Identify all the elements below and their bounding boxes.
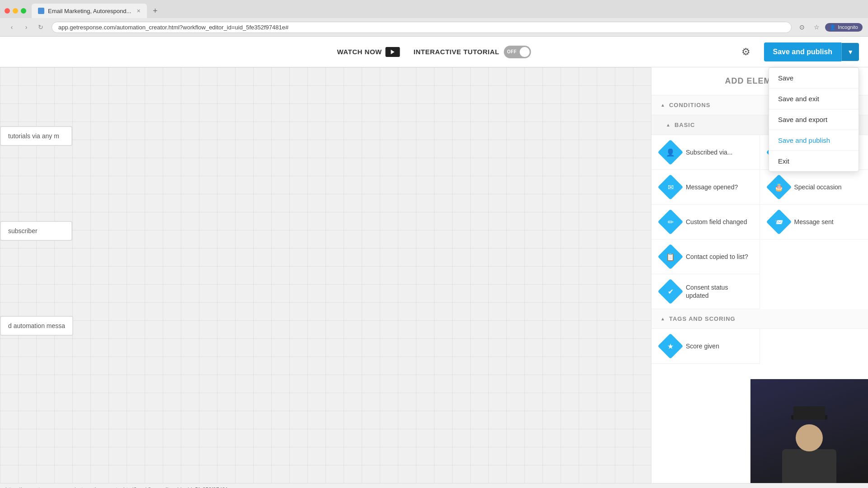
tags-scoring-arrow-icon: ▲	[660, 316, 665, 321]
gear-icon: ⚙	[741, 46, 750, 58]
window-controls	[5, 8, 26, 14]
element-special-occasion[interactable]: 🎂 Special occasion	[760, 170, 868, 205]
element-score-given[interactable]: ★ Score given	[651, 329, 760, 364]
new-tab-button[interactable]: +	[150, 5, 160, 16]
dropdown-exit[interactable]: Exit	[769, 151, 859, 171]
workflow-node-2[interactable]: subscriber	[0, 221, 72, 241]
browser-tab[interactable]: Email Marketing, Autorespond... ✕	[32, 4, 147, 18]
status-url: https://app.getresponse.com/automation_c…	[5, 487, 231, 488]
contact-copied-diamond: 📋	[658, 244, 684, 270]
message-sent-label: Message sent	[794, 218, 834, 226]
reload-button[interactable]: ↻	[34, 21, 47, 33]
header-center: WATCH NOW INTERACTIVE TUTORIAL OFF	[337, 46, 531, 58]
node-2-text: subscriber	[8, 227, 38, 235]
watch-now-label: WATCH NOW	[337, 48, 382, 56]
workflow-node-1[interactable]: tutorials via any m	[0, 126, 72, 146]
person-head	[796, 424, 823, 451]
nav-buttons: ‹ › ↻	[5, 21, 47, 33]
save-button-group: Save and publish ▼	[764, 42, 859, 61]
person-hat	[793, 406, 825, 420]
element-contact-copied[interactable]: 📋 Contact copied to list?	[651, 239, 760, 274]
back-button[interactable]: ‹	[5, 21, 18, 33]
browser-chrome: Email Marketing, Autorespond... ✕ + ‹ › …	[0, 0, 868, 37]
tutorial-toggle[interactable]: OFF	[504, 46, 531, 58]
person-edit-icon: ✏	[668, 218, 674, 226]
subscribed-via-diamond: 👤	[658, 140, 684, 165]
settings-button[interactable]: ⚙	[737, 43, 755, 61]
check-circle-icon: ✔	[668, 287, 674, 296]
consent-status-label: Consent status updated	[686, 283, 750, 300]
element-message-sent[interactable]: 📨 Message sent	[760, 205, 868, 239]
message-sent-icon-wrapper: 📨	[769, 212, 789, 232]
contact-copied-icon-wrapper: 📋	[660, 247, 680, 267]
tags-scoring-label: TAGS AND SCORING	[669, 315, 736, 322]
tags-scoring-section-header[interactable]: ▲ TAGS AND SCORING	[651, 309, 868, 329]
person-body	[782, 449, 836, 483]
score-given-icon-wrapper: ★	[660, 336, 680, 356]
message-opened-diamond: ✉	[658, 174, 684, 200]
dropdown-save-export[interactable]: Save and export	[769, 109, 859, 130]
score-given-diamond: ★	[658, 333, 684, 359]
incognito-label: Incognito	[838, 24, 858, 30]
tab-favicon	[38, 8, 44, 14]
watch-now-button[interactable]: WATCH NOW	[337, 47, 400, 57]
conditions-arrow-icon: ▲	[660, 103, 665, 108]
save-and-publish-button[interactable]: Save and publish	[764, 42, 842, 61]
url-bar[interactable]: app.getresponse.com/automation_creator.h…	[52, 22, 792, 33]
special-occasion-diamond: 🎂	[766, 174, 792, 200]
video-overlay	[750, 379, 868, 483]
consent-status-icon-wrapper: ✔	[660, 282, 680, 301]
status-bar: https://app.getresponse.com/automation_c…	[0, 483, 868, 488]
interactive-tutorial-label: INTERACTIVE TUTORIAL	[414, 48, 500, 56]
url-text: app.getresponse.com/automation_creator.h…	[58, 24, 785, 31]
bookmark-icon[interactable]: ☆	[811, 21, 822, 33]
message-opened-icon-wrapper: ✉	[660, 177, 680, 197]
main-layout: tutorials via any m subscriber d automat…	[0, 67, 868, 483]
person-silhouette	[769, 402, 850, 483]
basic-label: BASIC	[675, 122, 695, 128]
tab-title: Email Marketing, Autorespond...	[48, 8, 131, 14]
envelope-arrow-icon: 📨	[774, 218, 783, 226]
custom-field-label: Custom field changed	[686, 218, 747, 226]
person-icon: 👤	[666, 148, 675, 157]
window-close-btn[interactable]	[5, 8, 10, 14]
element-custom-field[interactable]: ✏ Custom field changed	[651, 205, 760, 239]
address-bar: ‹ › ↻ app.getresponse.com/automation_cre…	[0, 18, 868, 36]
conditions-label: CONDITIONS	[669, 102, 711, 108]
custom-field-icon-wrapper: ✏	[660, 212, 680, 232]
special-occasion-label: Special occasion	[794, 183, 842, 191]
tab-close-btn[interactable]: ✕	[137, 8, 141, 14]
window-maximize-btn[interactable]	[21, 8, 26, 14]
tab-bar: Email Marketing, Autorespond... ✕ +	[0, 0, 868, 18]
window-minimize-btn[interactable]	[13, 8, 18, 14]
element-consent-status[interactable]: ✔ Consent status updated	[651, 274, 760, 309]
custom-field-diamond: ✏	[658, 209, 684, 235]
save-dropdown-menu: Save Save and exit Save and export Save …	[769, 67, 859, 172]
contact-copied-label: Contact copied to list?	[686, 253, 748, 261]
element-message-opened[interactable]: ✉ Message opened?	[651, 170, 760, 205]
node-3-text: d automation messa	[8, 322, 65, 329]
toggle-label: OFF	[507, 49, 517, 54]
message-sent-diamond: 📨	[766, 209, 792, 235]
dropdown-save-publish[interactable]: Save and publish	[769, 130, 859, 151]
save-dropdown-arrow-button[interactable]: ▼	[841, 43, 859, 61]
dropdown-save-exit[interactable]: Save and exit	[769, 89, 859, 109]
app-header: WATCH NOW INTERACTIVE TUTORIAL OFF ⚙ Sav…	[0, 37, 868, 67]
video-placeholder	[750, 379, 868, 483]
subscribed-via-label: Subscribed via...	[686, 148, 733, 156]
node-1-text: tutorials via any m	[8, 132, 59, 140]
element-subscribed-via[interactable]: 👤 Subscribed via...	[651, 135, 760, 170]
dropdown-save[interactable]: Save	[769, 68, 859, 89]
incognito-badge: 👤 Incognito	[825, 23, 863, 32]
consent-status-diamond: ✔	[658, 279, 684, 305]
cake-icon: 🎂	[774, 183, 783, 192]
workflow-node-3[interactable]: d automation messa	[0, 316, 73, 336]
envelope-open-icon: ✉	[668, 183, 674, 192]
tags-scoring-grid: ★ Score given	[651, 329, 868, 364]
dropdown-arrow-icon: ▼	[847, 48, 854, 56]
cast-icon[interactable]: ⊙	[796, 21, 808, 33]
special-occasion-icon-wrapper: 🎂	[769, 177, 789, 197]
canvas-area[interactable]: tutorials via any m subscriber d automat…	[0, 67, 651, 483]
forward-button[interactable]: ›	[20, 21, 33, 33]
browser-icons: ⊙ ☆ 👤 Incognito	[796, 21, 863, 33]
